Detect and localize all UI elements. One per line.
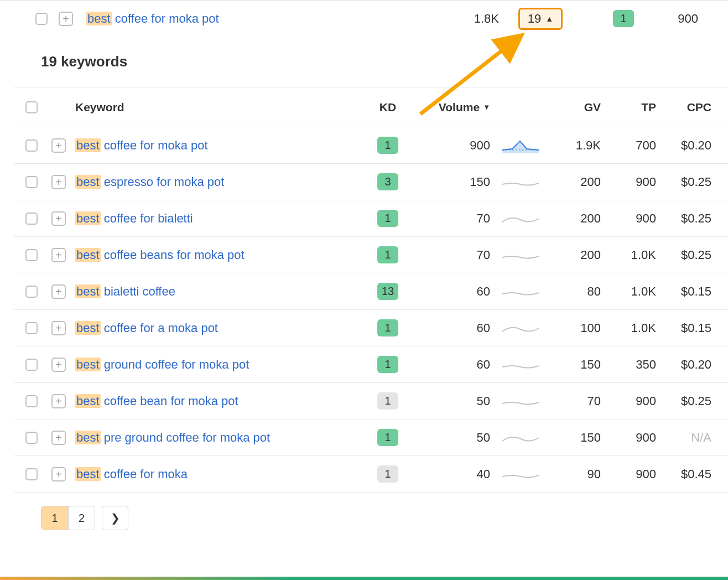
row-checkbox[interactable] [35,13,48,25]
row-checkbox[interactable] [25,432,38,444]
page-1[interactable]: 1 [41,506,68,530]
row-checkbox[interactable] [25,395,38,407]
keyword-link[interactable]: best coffee for moka [70,467,363,481]
trend-sparkline [496,320,545,336]
table-header: Keyword KD Volume ▼ GV TP CPC [14,87,728,127]
keyword-link[interactable]: best coffee for moka pot [70,138,363,153]
trend-sparkline [496,138,545,153]
gv-value: 200 [545,175,601,189]
row-checkbox[interactable] [25,322,38,334]
gv-value: 150 [545,358,601,372]
col-keyword[interactable]: Keyword [70,101,363,114]
table-row: + best coffee for moka 1 40 90 900 $0.45 [14,456,728,493]
tp-value: 900 [601,467,656,481]
page-next-button[interactable]: ❯ [102,506,128,530]
col-kd[interactable]: KD [363,101,413,114]
keyword-link[interactable]: best ground coffee for moka pot [70,358,363,372]
page-group: 1 2 [41,506,95,530]
add-keyword-button[interactable]: + [59,12,73,26]
row-checkbox[interactable] [25,286,38,298]
keyword-text: coffee for moka pot [101,138,208,152]
keyword-text: coffee for moka [101,467,188,481]
keyword-text: bialetti coffee [101,284,175,298]
kd-badge: 1 [377,429,398,446]
kd-badge: 1 [377,246,398,263]
row-checkbox[interactable] [25,359,38,371]
keyword-link[interactable]: best coffee for a moka pot [70,321,363,335]
add-keyword-button[interactable]: + [51,431,66,445]
highlight-text: best [75,211,101,225]
trend-sparkline [496,284,545,299]
kd-badge: 1 [377,465,398,483]
keyword-link[interactable]: best bialetti coffee [70,284,363,299]
cpc-value: $0.15 [656,284,717,299]
gv-value: 150 [545,431,601,445]
add-keyword-button[interactable]: + [51,358,66,372]
add-keyword-button[interactable]: + [51,284,66,299]
tp-value: 350 [601,358,656,372]
row-checkbox[interactable] [25,468,38,480]
gv-value: 80 [545,284,601,299]
table-row: + best ground coffee for moka pot 1 60 1… [14,346,728,383]
keyword-link[interactable]: best coffee for moka pot [86,12,438,26]
row-checkbox[interactable] [25,139,38,152]
table-row: + best coffee beans for moka pot 1 70 20… [14,237,728,273]
add-keyword-button[interactable]: + [51,394,66,408]
gv-value: 1.9K [545,138,601,153]
table-row: + best bialetti coffee 13 60 80 1.0K $0.… [14,273,728,310]
volume-value: 70 [413,211,496,226]
col-tp[interactable]: TP [601,101,656,114]
add-keyword-button[interactable]: + [51,175,66,189]
keyword-link[interactable]: best coffee beans for moka pot [70,248,363,262]
trend-sparkline [496,357,545,372]
col-volume[interactable]: Volume ▼ [413,101,496,114]
trend-sparkline [496,393,545,409]
cpc-value: $0.25 [656,211,717,226]
kd-badge: 1 [377,392,398,410]
select-all-checkbox[interactable] [25,101,38,113]
keyword-count-toggle[interactable]: 19 ▲ [518,8,563,30]
kd-badge: 1 [377,210,398,227]
gv-value: 90 [545,467,601,481]
col-cpc[interactable]: CPC [656,101,717,114]
highlight-text: best [75,138,101,152]
gv-value: 200 [545,248,601,262]
add-keyword-button[interactable]: + [51,138,66,153]
pagination: 1 2 ❯ [14,493,728,530]
keyword-link[interactable]: best espresso for moka pot [70,175,363,189]
keyword-link[interactable]: best pre ground coffee for moka pot [70,431,363,445]
kd-badge: 1 [613,10,634,27]
volume-value: 150 [413,175,496,189]
tp-value: 900 [601,431,656,445]
tp-value: 900 [601,175,656,189]
table-row: + best pre ground coffee for moka pot 1 … [14,420,728,456]
table-row: + best coffee for bialetti 1 70 200 900 … [14,200,728,237]
trend-sparkline [496,430,545,446]
keyword-text: coffee beans for moka pot [101,248,245,262]
keyword-link[interactable]: best coffee for bialetti [70,211,363,226]
cpc-value: $0.25 [656,394,717,408]
gv-value: 200 [545,211,601,226]
row-checkbox[interactable] [25,249,38,261]
parent-volume: 1.8K [438,12,505,26]
add-keyword-button[interactable]: + [51,467,66,481]
add-keyword-button[interactable]: + [51,321,66,335]
row-checkbox[interactable] [25,176,38,188]
cpc-value: $0.15 [656,321,717,335]
tp-value: 1.0K [601,248,656,262]
add-keyword-button[interactable]: + [51,211,66,226]
keyword-link[interactable]: best coffee bean for moka pot [70,394,363,408]
keyword-text: pre ground coffee for moka pot [101,431,271,444]
add-keyword-button[interactable]: + [51,248,66,262]
panel-title: 19 keywords [14,37,728,87]
row-checkbox[interactable] [25,213,38,225]
page-2[interactable]: 2 [68,506,95,530]
trend-sparkline [496,174,545,190]
volume-value: 50 [413,431,496,445]
trend-sparkline [496,211,545,226]
cpc-value: $0.25 [656,175,717,189]
bottom-accent-bar [0,577,728,580]
col-gv[interactable]: GV [545,101,601,114]
table-row: + best coffee for a moka pot 1 60 100 1.… [14,310,728,346]
tp-value: 900 [601,394,656,408]
